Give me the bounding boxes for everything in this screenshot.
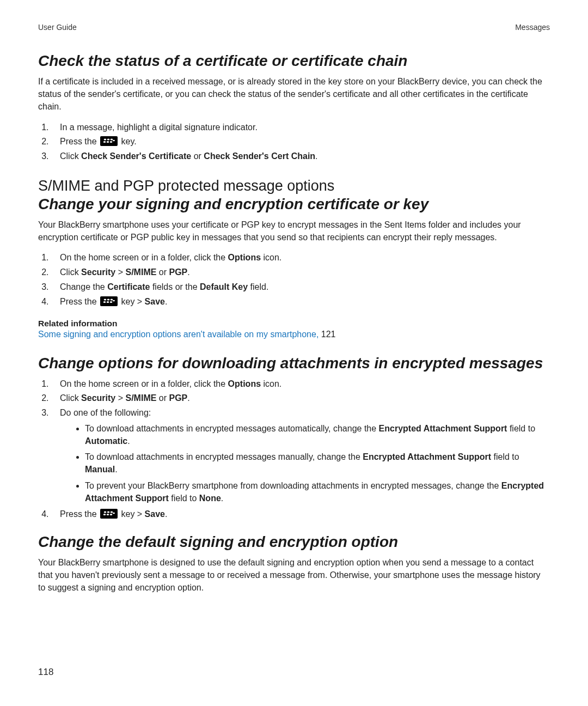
related-info-line: Some signing and encryption options aren…	[38, 330, 550, 339]
steps-download-options: On the home screen or in a folder, click…	[38, 378, 550, 521]
page-header: User Guide Messages	[38, 23, 550, 32]
bullet-list: To download attachments in encrypted mes…	[60, 422, 550, 504]
svg-point-4	[111, 139, 113, 141]
related-info-heading: Related information	[38, 319, 550, 328]
para-change-signing: Your BlackBerry smartphone uses your cer…	[38, 218, 550, 244]
svg-point-17	[107, 514, 109, 515]
svg-point-1	[107, 139, 110, 141]
bullet: To download attachments in encrypted mes…	[85, 451, 550, 476]
svg-point-6	[113, 140, 115, 142]
blackberry-key-icon	[100, 136, 118, 146]
step: On the home screen or in a folder, click…	[51, 378, 550, 391]
steps-check-cert: In a message, highlight a digital signat…	[38, 121, 550, 163]
blackberry-key-icon	[100, 509, 118, 519]
svg-point-12	[110, 301, 113, 303]
heading-check-cert-status: Check the status of a certificate or cer…	[38, 52, 550, 70]
bullet: To prevent your BlackBerry smartphone fr…	[85, 479, 550, 504]
svg-point-9	[103, 301, 106, 303]
svg-point-16	[103, 514, 106, 515]
para-check-cert: If a certificate is included in a receiv…	[38, 75, 550, 113]
header-left: User Guide	[38, 23, 77, 32]
step: Change the Certificate fields or the Def…	[51, 281, 550, 294]
heading-change-download-options: Change options for downloading attachmen…	[38, 355, 550, 372]
document-page: User Guide Messages Check the status of …	[0, 0, 588, 706]
svg-point-18	[111, 512, 113, 513]
related-link[interactable]: Some signing and encryption options aren…	[38, 330, 318, 339]
step: Press the key.	[51, 135, 550, 149]
svg-point-15	[107, 512, 110, 513]
step: On the home screen or in a folder, click…	[51, 251, 550, 265]
svg-point-0	[104, 139, 107, 141]
steps-change-signing: On the home screen or in a folder, click…	[38, 251, 550, 308]
svg-point-19	[110, 514, 113, 515]
svg-point-14	[104, 512, 107, 513]
step: In a message, highlight a digital signat…	[51, 121, 550, 135]
svg-point-8	[107, 299, 110, 300]
heading-smime-pgp-options: S/MIME and PGP protected message options	[38, 178, 550, 194]
bullet: To download attachments in encrypted mes…	[85, 422, 550, 447]
svg-point-13	[113, 300, 115, 301]
svg-point-10	[107, 301, 109, 303]
blackberry-key-icon	[100, 296, 118, 306]
step: Press the key > Save.	[51, 295, 550, 309]
svg-point-2	[103, 141, 106, 143]
step: Click Security > S/MIME or PGP.	[51, 392, 550, 405]
page-number: 118	[38, 667, 53, 678]
para-default-signing: Your BlackBerry smartphone is designed t…	[38, 556, 550, 594]
svg-point-5	[110, 141, 113, 143]
svg-point-3	[107, 141, 109, 143]
step: Click Check Sender's Certificate or Chec…	[51, 150, 550, 163]
svg-point-20	[113, 513, 115, 514]
step: Click Security > S/MIME or PGP.	[51, 266, 550, 279]
header-right: Messages	[515, 23, 550, 32]
svg-point-11	[111, 299, 113, 300]
step: Do one of the following: To download att…	[51, 406, 550, 504]
svg-point-7	[104, 299, 107, 300]
heading-change-signing-cert: Change your signing and encryption certi…	[38, 196, 550, 213]
heading-change-default-signing: Change the default signing and encryptio…	[38, 533, 550, 551]
step: Press the key > Save.	[51, 508, 550, 521]
